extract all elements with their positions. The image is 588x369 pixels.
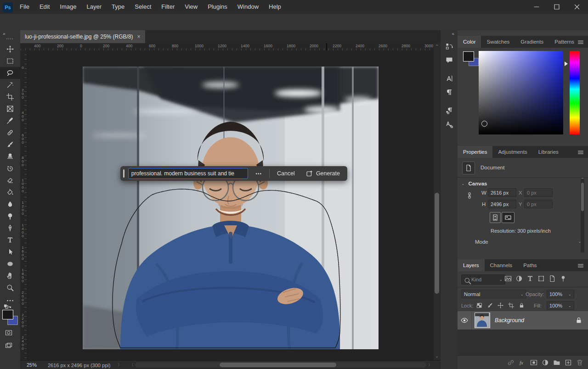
- toolbar-expand-button[interactable]: »: [3, 31, 6, 36]
- hue-slider-marker[interactable]: [565, 62, 568, 66]
- hue-slider[interactable]: [570, 51, 580, 134]
- toolbar-grip[interactable]: [6, 38, 14, 39]
- gradient-tool[interactable]: [0, 186, 20, 198]
- fill-dropdown[interactable]: 100% ⌄: [547, 301, 574, 310]
- paragraph-styles-panel-button[interactable]: [441, 104, 458, 117]
- link-dimensions-icon[interactable]: [466, 192, 473, 199]
- close-button[interactable]: [567, 0, 587, 14]
- lock-lock-button[interactable]: [517, 301, 526, 309]
- new-layer-button[interactable]: [565, 359, 572, 366]
- tab-close-icon[interactable]: ×: [137, 34, 141, 40]
- menu-plugins[interactable]: Plugins: [203, 0, 232, 14]
- lock-checker-button[interactable]: [475, 301, 483, 309]
- foreground-color-swatch[interactable]: [2, 310, 13, 319]
- zoom-level-field[interactable]: 25%: [27, 362, 37, 368]
- tab-paths[interactable]: Paths: [518, 259, 542, 271]
- character-panel-button[interactable]: [441, 72, 458, 85]
- vertical-scrollbar-thumb[interactable]: [435, 193, 439, 294]
- tab-libraries[interactable]: Libraries: [533, 146, 564, 158]
- foreground-color-swatch[interactable]: [463, 51, 474, 62]
- move-tool[interactable]: [0, 43, 20, 55]
- lock-move-button[interactable]: [496, 301, 504, 309]
- horizontal-scrollbar-thumb[interactable]: [220, 363, 336, 367]
- x-field[interactable]: 0 px: [524, 188, 553, 197]
- pen-tool[interactable]: [0, 222, 20, 234]
- blend-mode-dropdown[interactable]: Normal ⌄: [461, 290, 526, 298]
- color-field-cursor[interactable]: [481, 121, 487, 127]
- menu-edit[interactable]: Edit: [34, 0, 55, 14]
- menu-filter[interactable]: Filter: [156, 0, 180, 14]
- menu-view[interactable]: View: [180, 0, 203, 14]
- scroll-down-icon[interactable]: ⌄: [434, 353, 440, 359]
- character-styles-panel-button[interactable]: [441, 117, 458, 131]
- quick-mask-button[interactable]: [5, 329, 12, 336]
- tab-properties[interactable]: Properties: [458, 146, 492, 158]
- opacity-dropdown[interactable]: 100% ⌄: [547, 290, 574, 298]
- add-layer-mask-button[interactable]: [530, 359, 537, 366]
- generate-button[interactable]: Generate: [302, 168, 344, 179]
- filter-shapefilter-button[interactable]: [537, 275, 545, 282]
- menu-image[interactable]: Image: [55, 0, 81, 14]
- history-panel-button[interactable]: [441, 39, 458, 53]
- vertical-scrollbar[interactable]: ⌃ ⌄: [434, 43, 440, 360]
- spot-healing-brush-tool[interactable]: [0, 127, 20, 139]
- drag-handle[interactable]: [123, 169, 124, 178]
- dodge-tool[interactable]: [0, 210, 20, 222]
- comments-panel-button[interactable]: [441, 53, 458, 67]
- new-adjustment-layer-button[interactable]: [542, 359, 549, 366]
- history-brush-tool[interactable]: [0, 162, 20, 174]
- screen-mode-button[interactable]: [5, 342, 12, 349]
- layer-row-background[interactable]: Background: [458, 311, 588, 330]
- tab-patterns[interactable]: Patterns: [549, 36, 580, 48]
- lock-crop-button[interactable]: [507, 301, 515, 309]
- status-chevron-icon[interactable]: 〉: [118, 362, 122, 368]
- dock-collapse-button[interactable]: «: [452, 31, 454, 36]
- layer-filter-kind-dropdown[interactable]: Kind ⌄: [461, 274, 505, 285]
- scroll-left-icon[interactable]: 〈: [130, 362, 134, 368]
- layer-lock-icon[interactable]: [575, 317, 582, 324]
- scroll-right-icon[interactable]: 〉: [428, 362, 432, 368]
- panel-menu-icon[interactable]: [577, 262, 584, 269]
- eyedropper-tool[interactable]: [0, 115, 20, 127]
- horizontal-scrollbar[interactable]: [135, 362, 426, 368]
- filter-adjust-button[interactable]: [515, 275, 523, 282]
- portrait-orientation-button[interactable]: [490, 212, 501, 223]
- blur-tool[interactable]: [0, 198, 20, 210]
- brush-tool[interactable]: [0, 139, 20, 151]
- filter-pin-button[interactable]: [560, 275, 567, 282]
- landscape-orientation-button[interactable]: [502, 212, 514, 223]
- type-tool[interactable]: [0, 234, 20, 246]
- more-options-button[interactable]: •••: [252, 168, 266, 179]
- horizontal-ruler[interactable]: 4002000200400600800100012001400160018002…: [20, 43, 434, 51]
- menu-window[interactable]: Window: [232, 0, 264, 14]
- cancel-button[interactable]: Cancel: [273, 168, 299, 179]
- marquee-tool[interactable]: [0, 55, 20, 67]
- document-tab[interactable]: luo-ji-professional-selfie.jpg @ 25% (RG…: [20, 30, 145, 43]
- lasso-tool[interactable]: [0, 67, 20, 79]
- menu-layer[interactable]: Layer: [82, 0, 107, 14]
- height-field[interactable]: 2496 px: [488, 200, 516, 208]
- minimize-button[interactable]: [526, 0, 547, 14]
- link-layers-button[interactable]: [507, 359, 514, 366]
- maximize-button[interactable]: [547, 0, 567, 14]
- properties-scrollbar-thumb[interactable]: [581, 183, 584, 211]
- object-selection-tool[interactable]: [0, 79, 20, 91]
- scroll-up-icon[interactable]: ⌃: [434, 43, 440, 50]
- prompt-input[interactable]: [128, 168, 249, 179]
- filter-imgthumb-button[interactable]: [504, 275, 512, 282]
- clone-stamp-tool[interactable]: [0, 151, 20, 162]
- tab-color[interactable]: Color: [458, 36, 481, 48]
- new-group-button[interactable]: [553, 359, 560, 366]
- layer-visibility-eye-icon[interactable]: [458, 317, 471, 324]
- paragraph-panel-button[interactable]: [441, 85, 458, 99]
- tab-layers[interactable]: Layers: [458, 259, 485, 271]
- lock-brush-button[interactable]: [486, 301, 494, 309]
- crop-tool[interactable]: [0, 91, 20, 103]
- tab-channels[interactable]: Channels: [485, 259, 518, 271]
- frame-tool[interactable]: [0, 103, 20, 115]
- canvas-section-header[interactable]: ⌄ Canvas: [461, 181, 487, 186]
- filter-smartobj-button[interactable]: [548, 275, 556, 282]
- tab-gradients[interactable]: Gradients: [515, 36, 549, 48]
- width-field[interactable]: 2616 px: [488, 188, 516, 197]
- delete-layer-button[interactable]: [576, 359, 583, 366]
